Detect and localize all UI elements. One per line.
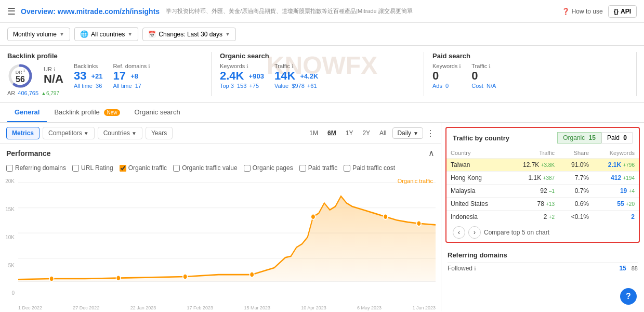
page-title: Overview: www.mitrade.com/zh/insights xyxy=(21,7,160,16)
ur-info-icon[interactable]: ℹ xyxy=(54,67,56,72)
cb-organic-traffic-value-input[interactable] xyxy=(173,165,180,172)
svg-point-13 xyxy=(417,221,422,226)
ur-value: N/A xyxy=(44,72,63,86)
ref-domains-sub-label: All time xyxy=(113,83,132,89)
chart-svg xyxy=(18,176,436,311)
table-row[interactable]: Malaysia 92 –1 0.7% 19 +4 xyxy=(446,185,639,198)
help-button[interactable]: ? xyxy=(620,288,637,305)
cb-referring-domains-input[interactable] xyxy=(6,165,13,172)
svg-point-10 xyxy=(249,272,254,277)
table-row[interactable]: Taiwan 12.7K +3.8K 91.0% 2.1K +796 xyxy=(446,159,639,172)
organic-tab[interactable]: Organic 15 xyxy=(557,132,601,144)
y-axis: 20K 15K 10K 5K 0 xyxy=(0,178,17,296)
collapse-button[interactable]: ∧ xyxy=(428,148,435,158)
organic-keywords-value: 2.4K +903 xyxy=(220,69,264,83)
table-row[interactable]: United States 78 +13 0.6% 55 +20 xyxy=(446,198,639,211)
paid-keywords-info-icon[interactable]: ℹ xyxy=(459,63,461,69)
backlinks-stat: Backlinks 33 +21 All time 36 xyxy=(74,63,103,89)
cb-organic-traffic-input[interactable] xyxy=(120,165,126,172)
dr-circle-wrap: DR ℹ 56 xyxy=(7,63,33,89)
organic-keywords-sub: Top 3 153 +75 xyxy=(220,83,264,89)
cb-paid-traffic-input[interactable] xyxy=(299,165,306,172)
monthly-volume-button[interactable]: Monthly volume ▼ xyxy=(7,28,70,41)
backlinks-number: 33 xyxy=(74,69,86,82)
calendar-icon: 📅 xyxy=(148,31,156,38)
chart-options-icon[interactable]: ⋮ xyxy=(426,128,435,138)
metrics-button[interactable]: Metrics xyxy=(6,127,40,139)
organic-keywords-info-icon[interactable]: ℹ xyxy=(246,63,248,69)
paid-tab[interactable]: Paid 0 xyxy=(601,132,633,144)
period-1m[interactable]: 1M xyxy=(306,127,321,139)
table-row[interactable]: Hong Kong 1.1K +387 7.7% 412 +194 xyxy=(446,172,639,185)
organic-keywords-delta: +903 xyxy=(249,72,264,80)
tabs: General Backlink profile New Organic sea… xyxy=(0,103,644,123)
share-cell: 0.7% xyxy=(559,185,593,198)
chevron-down-icon: ▼ xyxy=(127,31,133,37)
organic-traffic-info-icon[interactable]: ℹ xyxy=(292,63,294,69)
organic-keywords-label: Keywords xyxy=(220,63,245,69)
traffic-cell: 78 +13 xyxy=(506,198,559,211)
api-button[interactable]: {} API xyxy=(608,5,637,18)
ref-domains-sub-val: 17 xyxy=(135,83,141,89)
share-cell: <0.1% xyxy=(559,211,593,224)
menu-icon[interactable]: ☰ xyxy=(7,6,16,17)
cb-referring-domains[interactable]: Referring domains xyxy=(6,164,66,172)
keywords-cell: 2.1K +796 xyxy=(593,159,639,172)
tab-general[interactable]: General xyxy=(7,103,47,122)
backlinks-sub-label: All time xyxy=(74,83,93,89)
competitors-button[interactable]: Competitors ▼ xyxy=(43,127,95,139)
paid-traffic-info-icon[interactable]: ℹ xyxy=(489,63,491,69)
how-to-use-link[interactable]: ❓ How to use xyxy=(562,8,603,15)
next-page-button[interactable]: › xyxy=(468,226,481,239)
cb-organic-pages[interactable]: Organic pages xyxy=(244,164,293,172)
info-icon[interactable]: ℹ xyxy=(23,68,25,73)
organic-tab-count: 15 xyxy=(589,134,596,141)
cb-paid-traffic-cost-input[interactable] xyxy=(344,165,350,172)
organic-traffic-sub-delta: +61 xyxy=(307,83,317,89)
country-cell: Indonesia xyxy=(446,211,506,224)
dr-circle: DR ℹ 56 xyxy=(7,63,33,89)
paid-keywords-stat: Keywords ℹ 0 Ads 0 xyxy=(432,63,461,89)
left-panel: Metrics Competitors ▼ Countries ▼ Years … xyxy=(0,123,441,311)
prev-page-button[interactable]: ‹ xyxy=(453,226,465,239)
cb-organic-pages-input[interactable] xyxy=(244,165,251,172)
countries-button[interactable]: Countries ▼ xyxy=(98,127,142,139)
followed-row: Followed ℹ 15 88 xyxy=(448,262,638,274)
table-row[interactable]: Indonesia 2 +2 <0.1% 2 xyxy=(446,211,639,224)
followed-info-icon[interactable]: ℹ xyxy=(474,266,476,271)
country-cell: Malaysia xyxy=(446,185,506,198)
ref-domains-info-icon[interactable]: ℹ xyxy=(148,63,150,69)
tab-backlink-profile[interactable]: Backlink profile New xyxy=(47,103,127,122)
cb-organic-traffic-value[interactable]: Organic traffic value xyxy=(173,164,238,172)
keywords-cell: 412 +194 xyxy=(593,172,639,185)
traffic-cell: 12.7K +3.8K xyxy=(506,159,559,172)
svg-point-11 xyxy=(311,214,316,219)
followed-label-text: Followed xyxy=(448,265,472,272)
organic-traffic-sub-label: Value xyxy=(274,83,288,89)
api-label: API xyxy=(621,8,631,15)
cb-url-rating[interactable]: URL Rating xyxy=(72,164,113,172)
cb-url-rating-input[interactable] xyxy=(72,165,79,172)
period-all[interactable]: All xyxy=(376,127,389,139)
period-1y[interactable]: 1Y xyxy=(343,127,357,139)
tab-organic-search[interactable]: Organic search xyxy=(127,103,188,122)
title-url[interactable]: www.mitrade.com/zh/insights xyxy=(58,7,160,16)
share-cell: 91.0% xyxy=(559,159,593,172)
dr-label: DR ℹ xyxy=(16,68,25,75)
x-axis: 1 Dec 2022 27 Dec 2022 22 Jan 2023 17 Fe… xyxy=(18,305,436,310)
interval-select[interactable]: Daily ▼ xyxy=(392,127,423,139)
changes-button[interactable]: 📅 Changes: Last 30 days ▼ xyxy=(142,28,236,41)
traffic-country-box: Traffic by country Organic 15 Paid 0 xyxy=(445,127,640,243)
cb-paid-traffic[interactable]: Paid traffic xyxy=(299,164,337,172)
period-2y[interactable]: 2Y xyxy=(359,127,373,139)
globe-icon: 🌐 xyxy=(80,30,88,38)
organic-keywords-sub-label: Top 3 xyxy=(220,83,234,89)
compare-label[interactable]: Compare top 5 on chart xyxy=(484,229,549,236)
cb-organic-traffic[interactable]: Organic traffic xyxy=(120,164,167,172)
period-6m[interactable]: 6M xyxy=(324,127,339,139)
cb-paid-traffic-cost[interactable]: Paid traffic cost xyxy=(344,164,395,172)
country-cell: Taiwan xyxy=(446,159,506,172)
all-countries-button[interactable]: 🌐 All countries ▼ xyxy=(74,27,138,41)
organic-traffic-sub: Value $978 +61 xyxy=(274,83,319,89)
years-button[interactable]: Years xyxy=(146,127,173,139)
